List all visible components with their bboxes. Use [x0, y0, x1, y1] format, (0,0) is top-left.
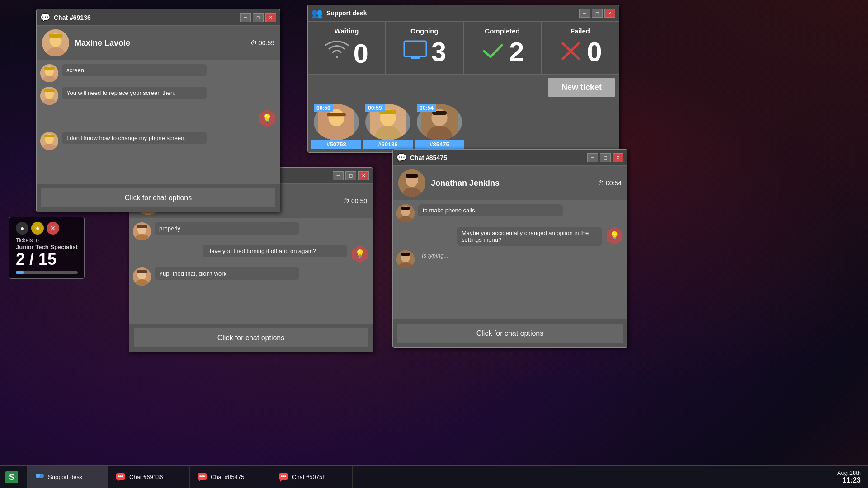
message-item: screen. [40, 64, 276, 82]
svg-point-64 [120, 475, 122, 477]
chat-options-button[interactable]: Click for chat options [41, 188, 275, 207]
chat-69136-minimize[interactable]: ─ [240, 13, 251, 22]
svg-rect-48 [406, 174, 418, 178]
msg-text: You will need to replace your screen the… [62, 87, 207, 99]
chat-50758-restore[interactable]: ◻ [345, 171, 356, 180]
failed-count: 0 [587, 38, 602, 66]
ticket-ctrl-red[interactable]: ✕ [47, 222, 59, 235]
taskbar-chat-69136[interactable]: Chat #69136 [108, 466, 190, 488]
tickets-to-label: Tickets to [16, 237, 78, 244]
msg-avatar [40, 132, 58, 150]
chat-50758-minimize[interactable]: ─ [333, 171, 344, 180]
clock-time: 11:23 [837, 476, 861, 484]
chat-50758-footer: Click for chat options [129, 324, 373, 352]
chat-85475-title: Chat #85475 [410, 154, 584, 161]
stat-completed: Completed 2 [464, 22, 542, 74]
msg-text: screen. [62, 64, 207, 76]
chat-85475-icon: 💬 [396, 153, 406, 163]
clock-date: Aug 18th [837, 469, 861, 476]
chat-50758-timer: 00:50 [314, 104, 333, 112]
agent-icon: 💡 [605, 227, 623, 245]
taskbar-chat-85475[interactable]: Chat #85475 [190, 466, 271, 488]
chat-85475-restore[interactable]: ◻ [600, 153, 611, 162]
svg-rect-32 [44, 135, 55, 137]
support-icon [34, 472, 44, 482]
monitor-icon [403, 40, 428, 64]
ticket-controls: ● ★ ✕ [16, 222, 78, 235]
svg-marker-67 [199, 480, 201, 482]
chat-50758-close[interactable]: ✕ [358, 171, 369, 180]
msg-text: to make phone calls. [418, 204, 563, 216]
svg-point-60 [39, 474, 44, 478]
taskbar-chat-85475-label: Chat #85475 [211, 474, 244, 480]
svg-point-65 [122, 475, 123, 477]
chat-69136-controls: ─ ◻ ✕ [240, 13, 276, 22]
chat-69136-messages: screen. You will need to replace your sc… [37, 61, 280, 183]
msg-avatar [40, 87, 58, 105]
chat-options-button-85475[interactable]: Click for chat options [397, 324, 623, 343]
chat-69136-icon: 💬 [40, 13, 50, 23]
svg-point-70 [203, 475, 205, 477]
msg-avatar [396, 250, 415, 268]
chat-69136-id: #69136 [363, 140, 413, 149]
chat-85475-window: 💬 Chat #85475 ─ ◻ ✕ Jonathan Jenkins ⏱ 0… [392, 149, 627, 348]
chat-options-button-50758[interactable]: Click for chat options [134, 328, 368, 347]
clock-icon: ⏱ [598, 179, 604, 187]
svg-marker-62 [118, 480, 119, 482]
minimize-button[interactable]: ─ [579, 9, 590, 18]
chat-thumb-69136[interactable]: 00:59 #69136 [363, 104, 413, 149]
message-item: properly. [133, 222, 369, 240]
chat-69136-timer: ⏱ 00:59 [250, 39, 274, 47]
new-ticket-row: New ticket [308, 75, 619, 100]
chat-85475-timer-display: ⏱ 00:54 [598, 179, 622, 187]
chat-85475-avatar [398, 169, 425, 197]
taskbar-support-desk[interactable]: Support desk [27, 466, 108, 488]
chat-85475-minimize[interactable]: ─ [587, 153, 598, 162]
chat-85475-close[interactable]: ✕ [613, 153, 623, 162]
clock-icon: ⏱ [343, 197, 349, 205]
chat-69136-restore[interactable]: ◻ [253, 13, 264, 22]
svg-point-75 [284, 475, 286, 477]
stat-waiting: Waiting 0 [308, 22, 386, 74]
restore-button[interactable]: ◻ [592, 9, 603, 18]
message-item-agent: 💡 [40, 109, 276, 127]
tickets-role: Junior Tech Specialist [16, 244, 78, 250]
svg-rect-52 [401, 207, 410, 210]
message-item: Yup, tried that, didn't work [133, 267, 369, 286]
completed-count: 2 [509, 38, 524, 66]
chat-thumb-85475[interactable]: 00:54 #85475 [415, 104, 464, 149]
tickets-count: 2 / 15 [16, 250, 78, 268]
message-item: You will need to replace your screen the… [40, 87, 276, 105]
ticket-ctrl-gold[interactable]: ★ [31, 222, 44, 235]
chat-icon [197, 473, 207, 482]
chat-50758-controls: ─ ◻ ✕ [333, 171, 369, 180]
stat-failed: Failed 0 [542, 22, 619, 74]
msg-avatar [40, 64, 58, 82]
taskbar-chat-69136-label: Chat #69136 [129, 474, 163, 480]
chat-85475-controls: ─ ◻ ✕ [587, 153, 623, 162]
chat-69136-close[interactable]: ✕ [265, 13, 276, 22]
message-item-agent: 💡 Maybe you accidentally changed an opti… [396, 227, 623, 246]
msg-text: Maybe you accidentally changed an option… [457, 227, 602, 246]
chat-85475-titlebar: 💬 Chat #85475 ─ ◻ ✕ [393, 150, 627, 166]
tickets-progress-bar [16, 271, 78, 274]
chat-69136-window: 💬 Chat #69136 ─ ◻ ✕ Maxine Lavoie ⏱ 00:5… [36, 9, 280, 212]
chat-icon [116, 473, 126, 482]
chat-85475-messages: to make phone calls. 💡 Maybe you acciden… [393, 201, 627, 319]
chat-thumb-50758[interactable]: 00:50 #50758 [311, 104, 361, 149]
taskbar-app-icon[interactable]: S [0, 466, 27, 488]
chat-69136-title: Chat #69136 [54, 14, 236, 21]
support-stats: Waiting 0 Ongoing [308, 22, 619, 75]
close-button[interactable]: ✕ [604, 9, 615, 18]
taskbar-chat-50758-label: Chat #50758 [292, 474, 326, 480]
window-controls: ─ ◻ ✕ [579, 9, 615, 18]
taskbar-chat-50758[interactable]: Chat #50758 [271, 466, 353, 488]
ticket-ctrl-dark[interactable]: ● [16, 222, 28, 235]
agent-icon: 💡 [258, 109, 276, 127]
msg-text: Have you tried turning it off and on aga… [203, 245, 347, 257]
svg-text:S: S [9, 473, 14, 482]
chat-69136-avatar [42, 29, 69, 56]
new-ticket-button[interactable]: New ticket [548, 78, 615, 97]
msg-avatar [133, 267, 151, 286]
msg-avatar [133, 222, 151, 240]
